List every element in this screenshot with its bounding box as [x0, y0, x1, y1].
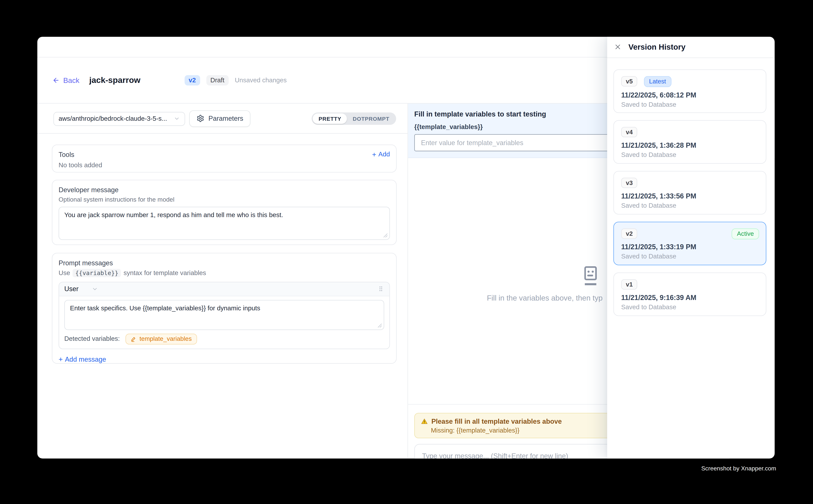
developer-message-subtitle: Optional system instructions for the mod… — [59, 196, 390, 203]
prompt-messages-title: Prompt messages — [59, 259, 390, 267]
model-select-value: aws/anthropic/bedrock-claude-3-5-s... — [59, 115, 167, 122]
parameters-button[interactable]: Parameters — [189, 110, 251, 127]
close-icon[interactable] — [614, 43, 622, 51]
version-chip: v4 — [621, 127, 638, 137]
add-tool-label: Add — [378, 151, 390, 158]
version-history-title: Version History — [629, 42, 686, 51]
version-history-header: Version History — [607, 37, 775, 58]
add-message-button[interactable]: Add message — [59, 355, 390, 363]
arrow-left-icon — [52, 76, 59, 84]
version-timestamp: 11/21/2025, 9:16:39 AM — [621, 294, 759, 301]
chevron-down-icon — [174, 116, 180, 122]
template-variable-name: template_variables — [139, 335, 192, 342]
version-history-panel: Version History v5 Latest 11/22/2025, 6:… — [607, 37, 775, 459]
version-timestamp: 11/21/2025, 1:36:28 PM — [621, 141, 759, 149]
draft-status-badge: Draft — [206, 75, 229, 85]
model-select[interactable]: aws/anthropic/bedrock-claude-3-5-s... — [53, 112, 185, 126]
title-badges: v2 Draft Unsaved changes — [184, 75, 287, 85]
user-message-textarea[interactable]: Enter task specifics. Use {{template_var… — [64, 300, 384, 330]
editor-column: aws/anthropic/bedrock-claude-3-5-s... Pa… — [37, 103, 408, 459]
warning-title: Please fill in all template variables ab… — [431, 417, 562, 425]
developer-message-textarea[interactable]: You are jack sparrow number 1, respond a… — [59, 206, 390, 240]
developer-message-card: Developer message Optional system instru… — [52, 179, 397, 245]
screenshot-stage: Back jack-sparrow v2 Draft Unsaved chang… — [0, 0, 813, 504]
back-label: Back — [63, 76, 79, 84]
plus-icon — [372, 150, 376, 158]
active-badge: Active — [732, 228, 759, 239]
page-title: jack-sparrow — [89, 75, 140, 85]
user-message-block: User E — [59, 282, 390, 349]
add-tool-button[interactable]: Add — [372, 150, 390, 158]
role-select-value: User — [64, 285, 78, 293]
empty-state-text: Fill in the variables above, then typ — [487, 294, 603, 302]
detected-variables-row: Detected variables: template_variables — [64, 333, 384, 344]
hint-suffix: syntax for template variables — [124, 269, 206, 276]
version-status: Saved to Database — [621, 303, 759, 311]
prompt-messages-card: Prompt messages Use {{variable}} syntax … — [52, 253, 397, 364]
hint-prefix: Use — [59, 269, 70, 276]
add-message-label: Add message — [65, 355, 106, 363]
version-timestamp: 11/22/2025, 6:08:12 PM — [621, 91, 759, 99]
developer-message-title: Developer message — [59, 186, 390, 193]
parameters-label: Parameters — [209, 114, 243, 122]
version-chip: v3 — [621, 177, 638, 188]
version-card-v1[interactable]: v1 11/21/2025, 9:16:39 AM Saved to Datab… — [614, 272, 766, 316]
unsaved-changes-text: Unsaved changes — [235, 76, 287, 84]
version-badge: v2 — [184, 75, 200, 85]
app-window: Back jack-sparrow v2 Draft Unsaved chang… — [37, 37, 775, 459]
latest-badge: Latest — [644, 76, 671, 87]
version-timestamp: 11/21/2025, 1:33:56 PM — [621, 192, 759, 200]
toggle-pretty[interactable]: PRETTY — [313, 113, 347, 124]
version-card-v2-active[interactable]: v2 Active 11/21/2025, 1:33:19 PM Saved t… — [614, 222, 766, 265]
version-chip: v2 — [621, 228, 638, 239]
gear-icon — [196, 114, 205, 122]
version-status: Saved to Database — [621, 101, 759, 108]
toggle-dotprompt[interactable]: DOTPROMPT — [347, 113, 395, 124]
version-status: Saved to Database — [621, 202, 759, 209]
plus-icon — [59, 355, 63, 363]
message-role-header: User — [59, 282, 389, 296]
variable-code-chip: {{variable}} — [73, 269, 121, 277]
template-variable-badge[interactable]: template_variables — [125, 333, 197, 344]
detected-variables-label: Detected variables: — [64, 335, 120, 342]
bot-icon — [581, 264, 600, 287]
version-list: v5 Latest 11/22/2025, 6:08:12 PM Saved t… — [607, 58, 775, 316]
no-tools-text: No tools added — [59, 161, 390, 169]
editor-cards: Tools Add No tools added Developer messa… — [52, 144, 397, 364]
pencil-line-icon — [131, 336, 136, 342]
message-body: Enter task specifics. Use {{template_var… — [59, 296, 389, 348]
format-toggle: PRETTY DOTPROMPT — [312, 112, 396, 125]
tools-title: Tools — [59, 150, 74, 158]
version-timestamp: 11/21/2025, 1:33:19 PM — [621, 243, 759, 251]
version-status: Saved to Database — [621, 151, 759, 158]
chevron-down-icon — [92, 286, 98, 292]
version-chip: v5 — [621, 76, 638, 86]
version-chip: v1 — [621, 279, 638, 289]
resize-handle-icon[interactable] — [383, 233, 388, 237]
xnapper-watermark: Screenshot by Xnapper.com — [701, 465, 776, 472]
variable-syntax-hint: Use {{variable}} syntax for template var… — [59, 269, 390, 277]
warning-triangle-icon — [421, 418, 428, 424]
version-card-v3[interactable]: v3 11/21/2025, 1:33:56 PM Saved to Datab… — [614, 171, 766, 214]
role-select[interactable]: User — [64, 285, 98, 293]
tools-card: Tools Add No tools added — [52, 144, 397, 172]
resize-handle-icon[interactable] — [378, 323, 382, 328]
editor-toolbar: aws/anthropic/bedrock-claude-3-5-s... Pa… — [37, 103, 408, 133]
version-card-v4[interactable]: v4 11/21/2025, 1:36:28 PM Saved to Datab… — [614, 120, 766, 164]
version-status: Saved to Database — [621, 253, 759, 260]
add-message-row: Add message — [59, 355, 390, 363]
back-button[interactable]: Back — [52, 76, 79, 84]
version-card-v5[interactable]: v5 Latest 11/22/2025, 6:08:12 PM Saved t… — [614, 69, 766, 113]
drag-handle-icon[interactable] — [378, 285, 384, 292]
